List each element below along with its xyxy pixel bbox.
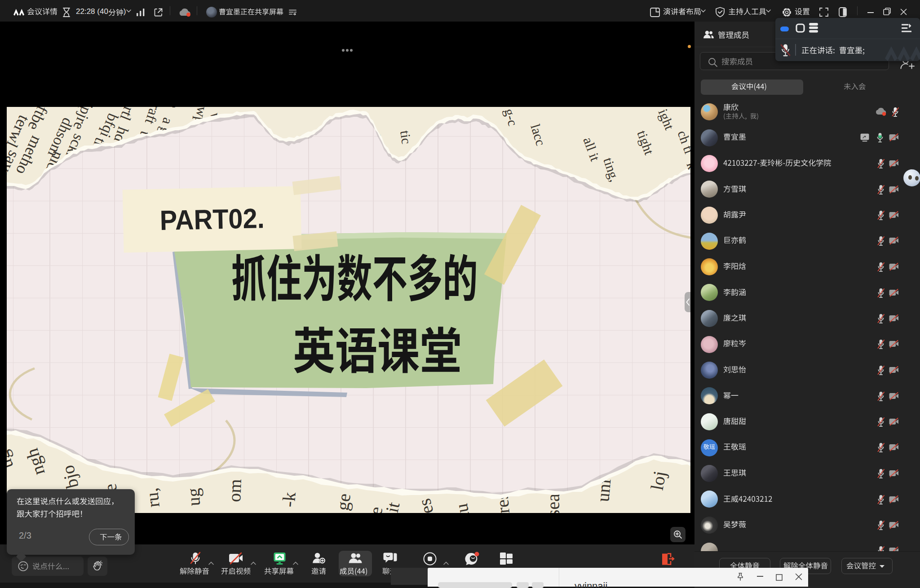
svg-text:o ve: o ve xyxy=(228,121,243,145)
svg-text:loj: loj xyxy=(647,469,670,491)
svg-text:ba e: ba e xyxy=(278,142,294,165)
svg-text:nwp: nwp xyxy=(256,134,270,157)
svg-text:ru,: ru, xyxy=(142,487,164,508)
svg-text:ge: ge xyxy=(332,492,354,512)
svg-text:-k: -k xyxy=(278,491,300,508)
svg-text:ar: ar xyxy=(345,125,361,137)
svg-text:sea: sea xyxy=(543,494,563,513)
svg-text:ve: ve xyxy=(419,144,435,159)
svg-text:li: li xyxy=(446,128,462,138)
svg-text:om: om xyxy=(224,479,245,503)
svg-text:ug: ug xyxy=(183,488,204,507)
svg-text:tic: tic xyxy=(398,129,414,145)
